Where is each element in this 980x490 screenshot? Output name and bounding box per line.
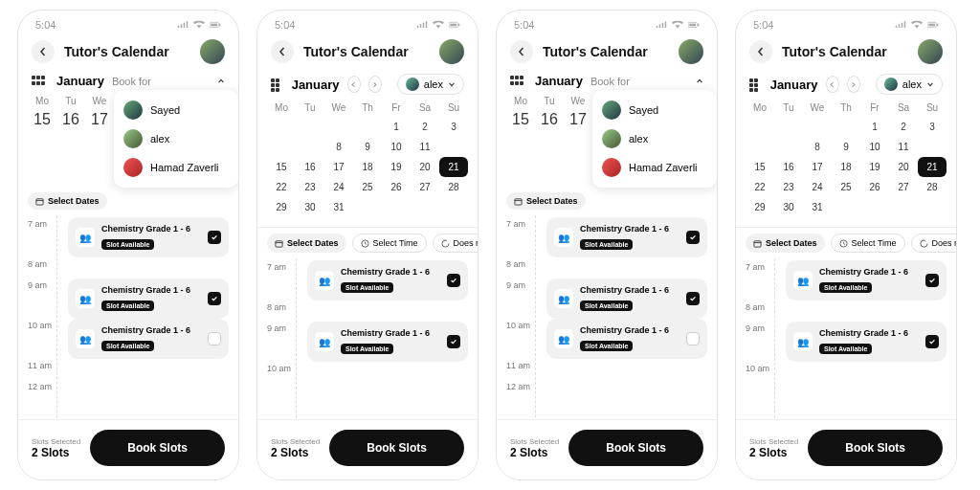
select-check[interactable] [447, 335, 460, 348]
svg-rect-2 [219, 24, 220, 27]
person-selector[interactable]: alex [397, 74, 464, 95]
back-button[interactable] [32, 40, 55, 63]
select-dates-pill[interactable]: Select Dates [267, 234, 346, 253]
page-title: Tutor's Calendar [543, 44, 669, 59]
avatar [123, 158, 143, 177]
svg-rect-11 [698, 24, 699, 27]
select-time-pill[interactable]: Select Time [352, 234, 427, 253]
person-option[interactable]: Sayed [592, 96, 717, 124]
slot-card[interactable]: 👥Chemistry Grade 1 - 6Slot Available [786, 322, 947, 362]
month-label: January [56, 74, 104, 88]
slot-card[interactable]: 👥Chemistry Grade 1 - 6Slot Available [786, 260, 947, 301]
select-dates-pill[interactable]: Select Dates [746, 234, 825, 253]
chevron-up-icon[interactable] [696, 78, 703, 85]
select-dates-pill[interactable]: Select Dates [28, 192, 107, 210]
select-check[interactable] [686, 231, 700, 244]
svg-rect-1 [211, 24, 217, 27]
select-check[interactable] [686, 332, 700, 345]
book-slots-button[interactable]: Book Slots [329, 430, 464, 466]
status-time: 5:04 [35, 19, 56, 31]
slot-card[interactable]: 👥 Chemistry Grade 1 - 6Slot Available [68, 278, 229, 319]
back-button[interactable] [510, 40, 533, 63]
page-title: Tutor's Calendar [64, 44, 190, 59]
person-option[interactable]: Hamad Zaverli [114, 153, 238, 182]
select-check[interactable] [447, 274, 460, 287]
filter-pills: Select Dates [18, 190, 238, 215]
hour-label: 11 am [28, 359, 56, 370]
person-option[interactable]: Sayed [114, 96, 238, 124]
slot-card[interactable]: 👥 Chemistry Grade 1 - 6Slot Available [68, 217, 229, 257]
slots-selected-value: 2 Slots [32, 446, 80, 459]
select-check[interactable] [208, 292, 221, 305]
profile-avatar[interactable] [200, 39, 225, 64]
page-title: Tutor's Calendar [303, 44, 430, 59]
book-slots-button[interactable]: Book Slots [808, 430, 943, 466]
svg-rect-14 [928, 24, 935, 27]
hour-label: 7 am [28, 217, 56, 229]
avatar [123, 100, 143, 120]
calendar-view-icon[interactable] [32, 76, 49, 87]
slot-card[interactable]: 👥 Chemistry Grade 1 - 6Slot Available [68, 319, 229, 359]
selected-day[interactable]: 21 [918, 157, 947, 177]
select-check[interactable] [208, 332, 221, 345]
calendar-view-icon[interactable] [271, 78, 284, 90]
screen-4: 5:04 Tutor's Calendar January alex MoTuW… [735, 10, 957, 480]
select-check[interactable] [925, 335, 939, 348]
repeat-pill[interactable]: Does not r [911, 234, 956, 253]
selected-day[interactable]: 21 [439, 157, 468, 177]
next-month-button[interactable] [847, 76, 860, 93]
book-slots-button[interactable]: Book Slots [568, 430, 703, 466]
svg-rect-6 [458, 24, 459, 27]
chevron-down-icon [448, 80, 456, 88]
next-month-button[interactable] [368, 76, 382, 93]
month-label: January [292, 78, 340, 92]
person-option[interactable]: alex [592, 124, 717, 153]
avatar [123, 129, 143, 148]
class-icon: 👥 [76, 228, 95, 247]
person-option[interactable]: alex [114, 124, 238, 153]
select-check[interactable] [208, 231, 221, 244]
back-button[interactable] [271, 40, 294, 63]
day-cell[interactable]: 1 [382, 117, 411, 137]
people-dropdown: Sayed alex Hamad Zaverli [592, 90, 717, 188]
slot-card[interactable]: 👥Chemistry Grade 1 - 6Slot Available [546, 217, 707, 257]
profile-avatar[interactable] [918, 39, 943, 64]
hour-label: 8 am [28, 257, 56, 269]
person-selector[interactable]: alex [876, 74, 943, 95]
header: Tutor's Calendar [18, 39, 238, 74]
footer: Slots Selected2 Slots Book Slots [18, 419, 238, 479]
select-check[interactable] [925, 274, 939, 287]
chevron-up-icon[interactable] [217, 78, 225, 85]
svg-rect-7 [276, 240, 282, 246]
select-check[interactable] [686, 292, 700, 305]
repeat-pill[interactable]: Does not r [433, 234, 478, 253]
select-dates-pill[interactable]: Select Dates [506, 192, 586, 210]
prev-month-button[interactable] [347, 76, 361, 93]
hour-label: 10 am [28, 319, 56, 330]
book-for-label[interactable]: Book for [112, 76, 210, 87]
prev-month-button[interactable] [826, 76, 839, 93]
status-bar: 5:04 [18, 11, 238, 39]
screen-3: 5:04 Tutor's Calendar January Book for M… [496, 10, 718, 480]
profile-avatar[interactable] [679, 39, 703, 64]
page-title: Tutor's Calendar [782, 44, 908, 59]
slot-card[interactable]: 👥Chemistry Grade 1 - 6Slot Available [307, 322, 468, 362]
calendar-view-icon[interactable] [749, 78, 763, 90]
calendar-row: 15 16 17 [28, 106, 114, 133]
screen-2: 5:04 Tutor's Calendar January alex MoTuW… [256, 10, 479, 480]
slot-card[interactable]: 👥Chemistry Grade 1 - 6Slot Available [307, 260, 468, 301]
profile-avatar[interactable] [439, 39, 464, 64]
slot-card[interactable]: 👥Chemistry Grade 1 - 6Slot Available [546, 278, 707, 319]
slot-card[interactable]: 👥Chemistry Grade 1 - 6Slot Available [546, 319, 707, 359]
select-time-pill[interactable]: Select Time [831, 234, 905, 253]
back-button[interactable] [749, 40, 772, 63]
svg-rect-12 [515, 198, 522, 204]
calendar-view-icon[interactable] [510, 76, 527, 87]
slots-selected-label: Slots Selected [32, 437, 80, 446]
book-slots-button[interactable]: Book Slots [90, 430, 225, 466]
person-option[interactable]: Hamad Zaverli [592, 153, 717, 182]
hour-label: 9 am [28, 278, 56, 290]
weekday-header: MoTuWe [28, 96, 114, 106]
svg-rect-16 [754, 240, 761, 246]
people-dropdown: Sayed alex Hamad Zaverli [114, 90, 238, 188]
